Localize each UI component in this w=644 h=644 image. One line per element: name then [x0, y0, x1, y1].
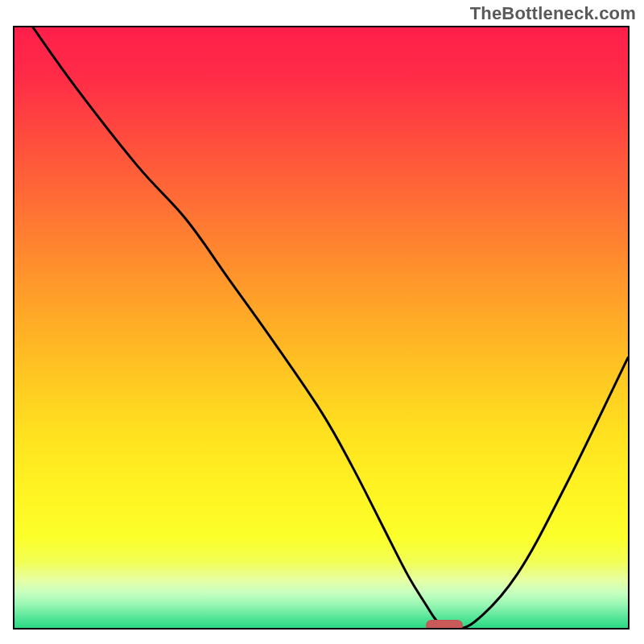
plot-area — [13, 26, 630, 630]
bottleneck-curve — [14, 27, 628, 628]
chart-container: TheBottleneck.com — [0, 0, 644, 644]
watermark-text: TheBottleneck.com — [470, 3, 636, 24]
curve-path — [33, 27, 628, 628]
optimal-marker — [426, 620, 463, 630]
